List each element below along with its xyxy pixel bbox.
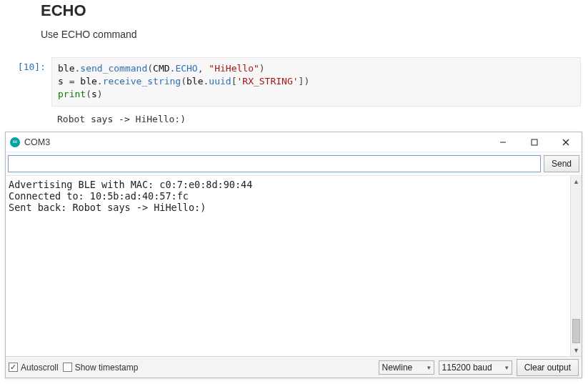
scroll-up-arrow-icon[interactable]: ▲ xyxy=(571,176,582,187)
vertical-scrollbar[interactable]: ▲ ▼ xyxy=(570,176,582,356)
code-token: . xyxy=(97,76,103,87)
line-ending-select[interactable]: Newline ▾ xyxy=(379,360,434,375)
code-token: "HiHello" xyxy=(209,63,259,74)
code-token: ) xyxy=(97,89,103,99)
autoscroll-label: Autoscroll xyxy=(21,363,59,373)
code-token: ]) xyxy=(299,76,310,87)
line-ending-value: Newline xyxy=(382,363,413,373)
code-token: ECHO xyxy=(175,63,197,74)
chevron-down-icon: ▾ xyxy=(505,364,509,371)
code-token: ( xyxy=(147,63,153,74)
cell-output: Robot says -> HiHello:) xyxy=(51,111,588,132)
timestamp-checkbox[interactable]: Show timestamp xyxy=(63,363,139,373)
notebook-header: ECHO Use ECHO command xyxy=(0,0,588,44)
code-token: receive_string xyxy=(103,76,181,87)
baud-rate-select[interactable]: 115200 baud ▾ xyxy=(439,360,512,375)
terminal-line: Sent back: Robot says -> HiHello:) xyxy=(9,202,206,213)
serial-monitor-window: COM3 Send Advertising BLE with MAC: c0:7… xyxy=(5,132,582,378)
code-token: s xyxy=(91,89,97,99)
send-row: Send xyxy=(6,152,582,176)
code-token: ble xyxy=(186,76,203,87)
terminal-line: Connected to: 10:5b:ad:40:57:fc xyxy=(9,190,189,202)
window-controls xyxy=(487,132,582,152)
maximize-button[interactable] xyxy=(519,132,550,152)
send-button[interactable]: Send xyxy=(544,155,579,172)
code-token: s xyxy=(58,76,69,87)
status-bar: Autoscroll Show timestamp Newline ▾ 1152… xyxy=(6,357,582,378)
code-token: ( xyxy=(181,76,186,87)
autoscroll-checkbox[interactable]: Autoscroll xyxy=(9,363,59,373)
chevron-down-icon: ▾ xyxy=(427,364,431,371)
baud-value: 115200 baud xyxy=(442,363,492,373)
terminal-line: Advertising BLE with MAC: c0:7:e0:8d:90:… xyxy=(9,179,252,190)
serial-send-input[interactable] xyxy=(8,155,541,172)
section-subheading: Use ECHO command xyxy=(41,29,588,40)
scroll-down-arrow-icon[interactable]: ▼ xyxy=(571,345,582,356)
arduino-icon xyxy=(10,137,20,147)
code-token: ) xyxy=(259,63,265,74)
code-token: CMD xyxy=(153,63,169,74)
window-titlebar: COM3 xyxy=(6,132,582,152)
code-token: , xyxy=(198,63,209,74)
window-title: COM3 xyxy=(24,137,487,147)
terminal-area: Advertising BLE with MAC: c0:7:e0:8d:90:… xyxy=(6,176,582,357)
cell-prompt: [10]: xyxy=(0,57,51,107)
serial-output[interactable]: Advertising BLE with MAC: c0:7:e0:8d:90:… xyxy=(6,176,570,356)
checkbox-icon xyxy=(9,363,18,372)
clear-output-button[interactable]: Clear output xyxy=(517,359,579,376)
code-input[interactable]: ble.send_command(CMD.ECHO, "HiHello") s … xyxy=(51,57,581,107)
svg-rect-1 xyxy=(532,139,537,145)
checkbox-icon xyxy=(63,363,72,372)
minimize-button[interactable] xyxy=(487,132,519,152)
scrollbar-thumb[interactable] xyxy=(572,319,580,343)
code-token: 'RX_STRING' xyxy=(236,76,298,87)
code-cell: [10]: ble.send_command(CMD.ECHO, "HiHell… xyxy=(0,57,588,107)
code-token: uuid xyxy=(209,76,231,87)
section-heading: ECHO xyxy=(41,0,588,20)
code-token: ( xyxy=(86,89,91,99)
code-token: ble xyxy=(58,63,74,74)
code-token: send_command xyxy=(80,63,147,74)
timestamp-label: Show timestamp xyxy=(75,363,139,373)
code-token: print xyxy=(58,89,86,99)
notebook-section: ECHO Use ECHO command [10]: ble.send_com… xyxy=(0,0,588,132)
close-button[interactable] xyxy=(550,132,582,152)
code-token: ble xyxy=(74,76,96,87)
